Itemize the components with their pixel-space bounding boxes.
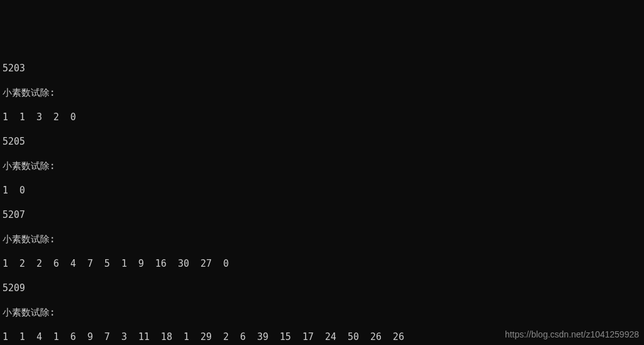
terminal-line: 小素数试除: [3, 160, 641, 173]
terminal-line: 1 2 2 6 4 7 5 1 9 16 30 27 0 [3, 258, 641, 270]
terminal-line: 1 1 3 2 0 [3, 111, 641, 124]
terminal-output: 5203 小素数试除: 1 1 3 2 0 5205 小素数试除: 1 0 52… [0, 49, 644, 345]
terminal-line: 5209 [3, 282, 641, 295]
terminal-line: 5203 [3, 63, 641, 75]
watermark-text: https://blog.csdn.net/z1041259928 [505, 329, 639, 340]
terminal-line: 小素数试除: [3, 234, 641, 246]
terminal-line: 1 0 [3, 185, 641, 197]
terminal-line: 5207 [3, 209, 641, 222]
terminal-line: 小素数试除: [3, 307, 641, 319]
terminal-line: 小素数试除: [3, 87, 641, 100]
terminal-line: 5205 [3, 136, 641, 148]
